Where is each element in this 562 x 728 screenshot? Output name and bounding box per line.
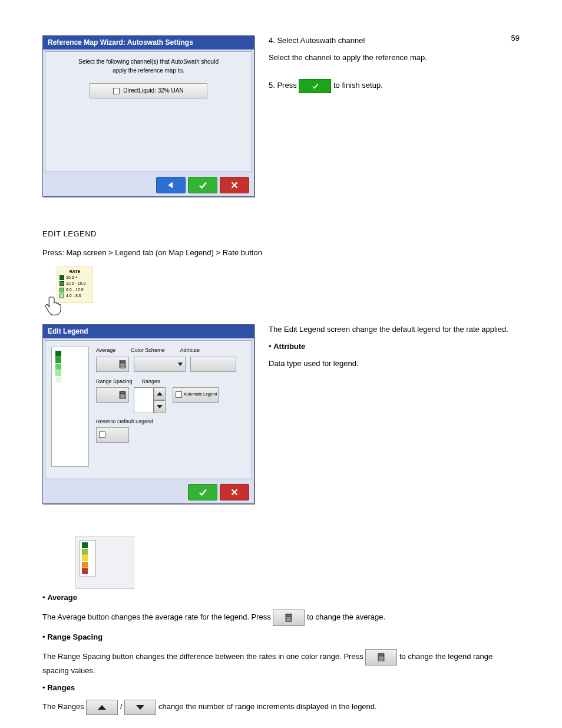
- svg-point-39: [289, 621, 290, 622]
- rate-legend-row: 8.0 - 12.0: [59, 287, 90, 293]
- svg-point-43: [380, 657, 381, 658]
- rate-swatch: [59, 288, 64, 292]
- channel-checkbox[interactable]: DirectLiquid: 32% UAN: [90, 83, 207, 98]
- svg-point-49: [380, 660, 381, 661]
- keypad-icon: [119, 391, 126, 399]
- automatic-legend-checkbox[interactable]: Automatic Legend: [173, 387, 219, 403]
- range-spacing-keypad-button[interactable]: [96, 387, 129, 403]
- rate-swatch-label: 8.0 - 12.0: [66, 287, 84, 293]
- svg-point-6: [122, 364, 123, 365]
- svg-marker-27: [157, 405, 163, 409]
- svg-rect-31: [287, 615, 291, 617]
- svg-marker-14: [178, 363, 183, 366]
- channel-checkbox-box[interactable]: [113, 88, 120, 94]
- inline-up-button[interactable]: [86, 700, 118, 715]
- rate-legend-row: 16.0 +: [59, 275, 90, 281]
- svg-point-19: [123, 394, 124, 396]
- triangle-down-icon: [136, 704, 144, 710]
- svg-point-37: [290, 619, 291, 620]
- triangle-up-icon: [98, 704, 106, 710]
- rate-swatch-label: 4.0 - 8.0: [66, 293, 81, 299]
- cancel-button[interactable]: [220, 177, 249, 193]
- check-icon: [310, 82, 320, 90]
- rate-legend-row: 12.0 - 16.0: [59, 281, 90, 286]
- svg-point-20: [121, 396, 122, 397]
- legend-swatch: [55, 351, 61, 357]
- rainbow-swatch: [82, 555, 88, 561]
- svg-point-18: [122, 394, 123, 396]
- wizard-step-text: 4. Select Autoswath channel Select the c…: [269, 35, 520, 215]
- svg-rect-4: [121, 361, 125, 363]
- wizard-window: Reference Map Wizard: Autoswath Settings…: [42, 35, 254, 197]
- edit-legend-description: The Edit Legend screen change the defaul…: [269, 324, 520, 522]
- legend-accept-button[interactable]: [188, 484, 217, 500]
- edit-legend-intro: Press: Map screen > Legend tab (on Map L…: [42, 248, 520, 259]
- back-button[interactable]: [156, 177, 186, 193]
- svg-point-51: [382, 660, 384, 661]
- rate-legend-thumb[interactable]: RATE 16.0 +12.0 - 16.08.0 - 12.04.0 - 8.…: [42, 266, 93, 317]
- accept-button[interactable]: [188, 177, 217, 193]
- edit-legend-title: Edit Legend: [43, 325, 254, 338]
- svg-point-35: [287, 619, 289, 620]
- svg-point-21: [122, 396, 123, 397]
- attribute-button[interactable]: [190, 357, 236, 372]
- legend-swatch: [55, 370, 61, 376]
- svg-point-33: [289, 618, 290, 619]
- edit-legend-window: Edit Legend Average Color Scheme Attribu…: [42, 324, 254, 504]
- rate-legend-title: RATE: [59, 269, 90, 275]
- legend-cancel-button[interactable]: [220, 484, 249, 500]
- reset-default-checkbox[interactable]: [96, 427, 129, 443]
- svg-point-50: [381, 660, 382, 661]
- triangle-down-icon: [157, 404, 163, 409]
- rate-swatch-label: 16.0 +: [66, 275, 78, 281]
- svg-marker-52: [98, 705, 106, 710]
- svg-point-24: [122, 397, 123, 398]
- triangle-left-icon: [166, 180, 176, 190]
- inline-accept-button[interactable]: [299, 79, 331, 93]
- color-column-thumb: [75, 536, 134, 589]
- inline-keypad-button-2[interactable]: [365, 649, 397, 666]
- rate-swatch: [59, 275, 64, 280]
- triangle-up-icon: [157, 391, 163, 396]
- svg-marker-26: [157, 392, 163, 396]
- keypad-icon: [119, 360, 126, 368]
- lower-body-text: • Average The Average button changes the…: [42, 592, 520, 714]
- legend-swatch: [55, 357, 61, 363]
- average-keypad-button[interactable]: [96, 357, 129, 372]
- svg-point-11: [121, 367, 122, 368]
- color-scheme-dropdown[interactable]: [134, 357, 186, 372]
- inline-keypad-button-1[interactable]: [273, 610, 305, 626]
- svg-point-40: [290, 621, 291, 622]
- svg-point-45: [382, 657, 384, 658]
- svg-point-25: [123, 397, 124, 398]
- ranges-down-button[interactable]: [154, 400, 166, 413]
- rainbow-swatch: [82, 542, 88, 548]
- svg-point-8: [121, 365, 122, 366]
- check-icon: [197, 487, 208, 498]
- keypad-icon: [378, 653, 385, 661]
- wizard-title: Reference Map Wizard: Autoswath Settings: [43, 36, 254, 50]
- rainbow-swatch: [82, 562, 88, 568]
- ranges-up-button[interactable]: [154, 387, 166, 400]
- svg-point-17: [121, 394, 122, 396]
- rainbow-swatch: [82, 568, 88, 574]
- keypad-icon: [285, 614, 292, 622]
- inline-down-button[interactable]: [124, 700, 156, 715]
- edit-legend-heading: EDIT LEGEND: [42, 229, 520, 240]
- svg-point-12: [122, 367, 123, 368]
- svg-marker-0: [168, 182, 173, 189]
- rate-swatch-label: 12.0 - 16.0: [66, 281, 85, 286]
- svg-point-32: [287, 618, 289, 619]
- legend-swatch-column: [51, 347, 89, 467]
- svg-point-22: [123, 396, 124, 397]
- svg-point-23: [121, 397, 122, 398]
- rate-swatch: [59, 281, 64, 286]
- x-icon: [229, 487, 240, 498]
- legend-swatch: [55, 364, 61, 370]
- svg-point-47: [381, 658, 382, 660]
- legend-swatch: [55, 377, 61, 383]
- x-icon: [229, 180, 240, 190]
- svg-point-36: [289, 619, 290, 620]
- chevron-down-icon: [178, 362, 183, 367]
- svg-rect-16: [121, 391, 125, 393]
